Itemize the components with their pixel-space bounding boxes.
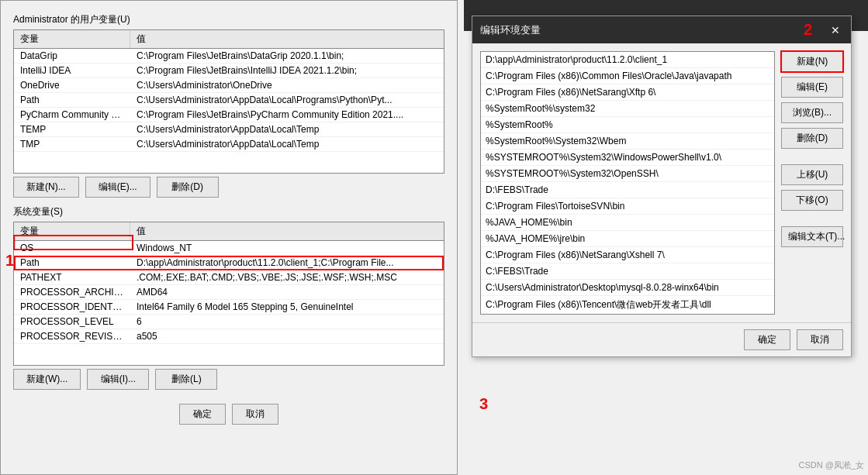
new-path-button[interactable]: 新建(N) — [781, 51, 843, 72]
edit-cancel-button[interactable]: 取消 — [797, 329, 843, 350]
sys-var-name: PATHEXT — [14, 270, 130, 284]
env-variables-dialog: Administrator 的用户变量(U) 变量 值 DataGrip C:\… — [0, 0, 458, 475]
system-button-row: 新建(W)... 编辑(I)... 删除(L) — [13, 369, 444, 390]
list-item[interactable]: %SystemRoot% — [481, 117, 774, 133]
table-row[interactable]: Path C:\Users\Administrator\AppData\Loca… — [14, 93, 444, 108]
list-item[interactable]: C:\Users\Administrator\Desktop\mysql-8.0… — [481, 280, 774, 296]
sys-var-name: PROCESSOR_REVISION — [14, 329, 130, 343]
move-up-button[interactable]: 上移(U) — [781, 164, 843, 185]
list-item[interactable]: C:\Program Files (x86)\NetSarang\Xshell … — [481, 247, 774, 263]
system-table-inner: 变量 值 OS Windows_NT Path D:\app\Administr… — [14, 222, 444, 365]
cancel-button[interactable]: 取消 — [232, 404, 278, 425]
user-button-row: 新建(N)... 编辑(E)... 删除(D) — [13, 177, 444, 198]
delete-path-button[interactable]: 删除(D) — [781, 128, 843, 149]
list-item[interactable]: %SYSTEMROOT%\System32\WindowsPowerShell\… — [481, 150, 774, 166]
ok-button[interactable]: 确定 — [179, 404, 226, 425]
label-1-badge: 1 — [5, 252, 14, 270]
user-variables-table: 变量 值 DataGrip C:\Program Files\JetBrains… — [13, 29, 444, 174]
list-item[interactable]: C:\FEBS\Trade — [481, 263, 774, 280]
list-item[interactable]: %SystemRoot%\System32\Wbem — [481, 133, 774, 150]
right-panel: 编辑环境变量 2 ✕ D:\app\Administrator\product\… — [464, 0, 868, 475]
table-row[interactable]: PROCESSOR_LEVEL 6 — [14, 315, 444, 329]
sys-var-name: OS — [14, 241, 130, 255]
sys-var-name: PROCESSOR_IDENTIFIER — [14, 300, 130, 314]
user-var-value: C:\Program Files\JetBrains\PyCharm Commu… — [130, 108, 444, 122]
list-item[interactable]: D:\app\Administrator\product\11.2.0\clie… — [481, 52, 774, 68]
list-item[interactable]: %JAVA_HOME%\bin — [481, 215, 774, 231]
button-spacer — [781, 153, 843, 160]
user-new-button[interactable]: 新建(N)... — [13, 177, 79, 198]
system-section: 系统变量(S) 变量 值 OS Windows_NT Path D:\app\A… — [13, 205, 444, 390]
edit-dialog-titlebar: 编辑环境变量 2 ✕ — [472, 16, 851, 43]
browse-button[interactable]: 浏览(B)... — [781, 102, 843, 123]
table-row[interactable]: PATHEXT .COM;.EXE;.BAT;.CMD;.VBS;.VBE;.J… — [14, 270, 444, 285]
edit-text-button[interactable]: 编辑文本(T)... — [781, 226, 843, 247]
table-row[interactable]: TMP C:\Users\Administrator\AppData\Local… — [14, 137, 444, 152]
table-row[interactable]: OS Windows_NT — [14, 241, 444, 256]
sys-var-value: 6 — [130, 315, 444, 329]
list-item[interactable]: %SystemRoot%\system32 — [481, 101, 774, 117]
user-var-value: C:\Program Files\JetBrains\IntelliJ IDEA… — [130, 64, 444, 77]
user-section-title: Administrator 的用户变量(U) — [13, 13, 444, 26]
dialog-footer-buttons: 确定 取消 — [13, 404, 444, 425]
list-item[interactable]: C:\Program Files (x86)\Tencent\微信web开发者工… — [481, 296, 774, 315]
table-row[interactable]: IntelliJ IDEA C:\Program Files\JetBrains… — [14, 64, 444, 78]
system-col1-header: 变量 — [14, 222, 130, 240]
table-row[interactable]: PROCESSOR_ARCHITECT... AMD64 — [14, 285, 444, 300]
sys-var-value: .COM;.EXE;.BAT;.CMD;.VBS;.VBE;.JS;.JSE;.… — [130, 270, 444, 284]
list-item[interactable]: C:\Program Files (x86)\Common Files\Orac… — [481, 68, 774, 84]
watermark: CSDN @凤淞_女 — [798, 460, 864, 471]
sys-var-name: PROCESSOR_LEVEL — [14, 315, 130, 329]
list-item[interactable]: C:\Program Files (x86)\NetSarang\Xftp 6\ — [481, 84, 774, 101]
user-var-name: TEMP — [14, 122, 130, 136]
move-down-button[interactable]: 下移(O) — [781, 190, 843, 211]
user-var-name: TMP — [14, 137, 130, 151]
dialog-close-button[interactable]: ✕ — [828, 24, 843, 36]
user-var-name: IntelliJ IDEA — [14, 64, 130, 77]
list-item[interactable]: D:\FEBS\Trade — [481, 182, 774, 198]
system-table-body[interactable]: OS Windows_NT Path D:\app\Administrator\… — [14, 241, 444, 365]
table-row[interactable]: PyCharm Community Editi... C:\Program Fi… — [14, 108, 444, 122]
sys-var-value: a505 — [130, 329, 444, 343]
user-table-header: 变量 值 — [14, 30, 444, 49]
system-delete-button[interactable]: 删除(L) — [155, 369, 217, 390]
sys-var-value: AMD64 — [130, 285, 444, 299]
sys-var-name: PROCESSOR_ARCHITECT... — [14, 285, 130, 299]
path-list[interactable]: D:\app\Administrator\product\11.2.0\clie… — [480, 51, 775, 315]
list-item[interactable]: C:\Program Files\TortoiseSVN\bin — [481, 198, 774, 215]
user-section: Administrator 的用户变量(U) 变量 值 DataGrip C:\… — [13, 13, 444, 198]
user-col2-header: 值 — [130, 30, 444, 48]
user-var-name: Path — [14, 93, 130, 107]
sys-var-value: D:\app\Administrator\product\11.2.0\clie… — [130, 256, 444, 270]
user-var-value: C:\Users\Administrator\OneDrive — [130, 78, 444, 92]
user-var-value: C:\Users\Administrator\AppData\Local\Tem… — [130, 137, 444, 151]
user-edit-button[interactable]: 编辑(E)... — [85, 177, 150, 198]
table-row[interactable]: PROCESSOR_IDENTIFIER Intel64 Family 6 Mo… — [14, 300, 444, 315]
sys-var-name: Path — [14, 256, 130, 270]
edit-dialog-body: D:\app\Administrator\product\11.2.0\clie… — [472, 43, 851, 322]
sys-var-value: Intel64 Family 6 Model 165 Stepping 5, G… — [130, 300, 444, 314]
edit-env-dialog: 编辑环境变量 2 ✕ D:\app\Administrator\product\… — [472, 15, 852, 357]
user-var-value: C:\Users\Administrator\AppData\Local\Tem… — [130, 122, 444, 136]
user-col1-header: 变量 — [14, 30, 130, 48]
table-row[interactable]: PROCESSOR_REVISION a505 — [14, 329, 444, 344]
user-var-value: C:\Program Files\JetBrains\DataGrip 2020… — [130, 49, 444, 63]
table-row[interactable]: OneDrive C:\Users\Administrator\OneDrive — [14, 78, 444, 93]
edit-ok-button[interactable]: 确定 — [744, 329, 790, 350]
list-item[interactable]: %SYSTEMROOT%\System32\OpenSSH\ — [481, 166, 774, 182]
system-section-title: 系统变量(S) — [13, 205, 444, 219]
edit-path-button[interactable]: 编辑(E) — [781, 77, 843, 98]
user-var-value: C:\Users\Administrator\AppData\Local\Pro… — [130, 93, 444, 107]
system-new-button[interactable]: 新建(W)... — [13, 369, 81, 390]
system-col2-header: 值 — [130, 222, 444, 240]
edit-dialog-title: 编辑环境变量 — [480, 23, 541, 37]
table-row-path[interactable]: Path D:\app\Administrator\product\11.2.0… — [14, 256, 444, 270]
user-var-name: OneDrive — [14, 78, 130, 92]
table-row[interactable]: TEMP C:\Users\Administrator\AppData\Loca… — [14, 122, 444, 137]
system-edit-button[interactable]: 编辑(I)... — [87, 369, 149, 390]
user-delete-button[interactable]: 删除(D) — [157, 177, 219, 198]
user-table-body: DataGrip C:\Program Files\JetBrains\Data… — [14, 49, 444, 173]
table-row[interactable]: DataGrip C:\Program Files\JetBrains\Data… — [14, 49, 444, 64]
list-item[interactable]: %JAVA_HOME%\jre\bin — [481, 231, 774, 247]
user-var-name: DataGrip — [14, 49, 130, 63]
